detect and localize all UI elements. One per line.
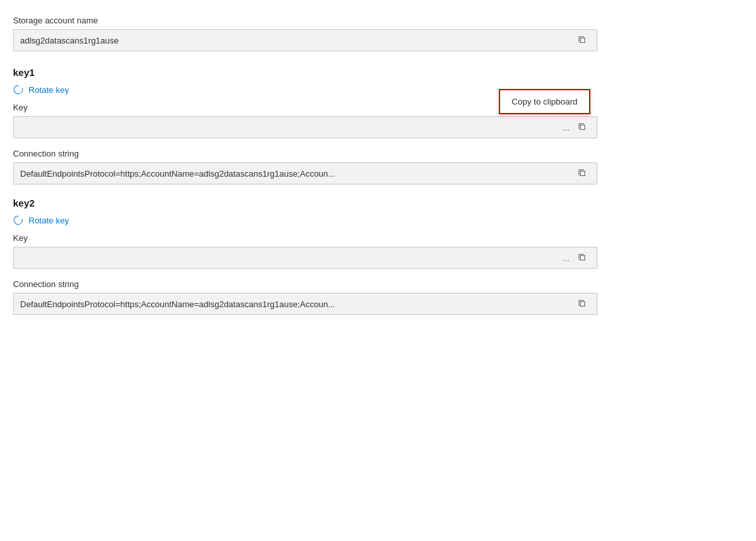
copy-icon-conn2: [577, 299, 588, 309]
storage-account-section: Storage account name: [13, 16, 743, 51]
key1-connection-string-input[interactable]: [20, 169, 575, 179]
key1-copy-popup[interactable]: Copy to clipboard: [499, 89, 590, 114]
key2-connection-string-label: Connection string: [13, 279, 743, 289]
key2-key-label: Key: [13, 233, 743, 243]
key2-heading: key2: [13, 197, 743, 208]
key2-connection-string-row: [13, 293, 598, 315]
key2-copy-button[interactable]: [575, 251, 590, 264]
key1-key-input-container: ... Copy to clipboard: [13, 116, 598, 138]
key1-rotate-icon: [13, 84, 23, 95]
key1-copy-button[interactable]: [575, 121, 590, 134]
rotate-svg-icon2: [13, 215, 23, 225]
key1-rotate-label: Rotate key: [29, 85, 69, 95]
key1-key-label: Key: [13, 103, 743, 112]
copy-to-clipboard-label: Copy to clipboard: [512, 97, 577, 107]
key2-rotate-key-row[interactable]: Rotate key: [13, 215, 743, 225]
key1-section: key1 Rotate key Key ... Copy to clipboar…: [13, 67, 743, 184]
key1-connection-string-label: Connection string: [13, 149, 743, 158]
key1-rotate-key-row[interactable]: Rotate key: [13, 84, 743, 95]
storage-account-input-row: [13, 29, 598, 51]
rotate-svg-icon: [13, 84, 23, 95]
key2-ellipsis: ...: [562, 253, 570, 263]
key2-rotate-icon: [13, 215, 23, 225]
key2-key-input[interactable]: [20, 253, 562, 263]
key2-key-input-row: ...: [13, 247, 598, 269]
key1-connection-string-row: [13, 162, 598, 184]
key1-key-input-wrapper: ... Copy to clipboard: [13, 116, 598, 138]
key1-heading: key1: [13, 67, 743, 78]
copy-icon-key1: [577, 122, 588, 132]
copy-icon: [577, 35, 588, 45]
storage-account-copy-button[interactable]: [575, 34, 590, 47]
key2-section: key2 Rotate key Key ... Connection strin…: [13, 197, 743, 315]
key2-rotate-label: Rotate key: [29, 216, 69, 225]
key1-ellipsis: ...: [562, 123, 570, 132]
key1-connection-copy-button[interactable]: [575, 167, 590, 180]
storage-account-label: Storage account name: [13, 16, 743, 25]
key1-key-input[interactable]: [20, 123, 562, 132]
key1-copy-tooltip-wrapper: Copy to clipboard: [575, 121, 590, 134]
key2-connection-copy-button[interactable]: [575, 297, 590, 310]
copy-icon-key2: [577, 253, 588, 263]
key2-connection-string-input[interactable]: [20, 299, 575, 309]
copy-icon-conn1: [577, 168, 588, 179]
storage-account-input[interactable]: [20, 36, 575, 45]
